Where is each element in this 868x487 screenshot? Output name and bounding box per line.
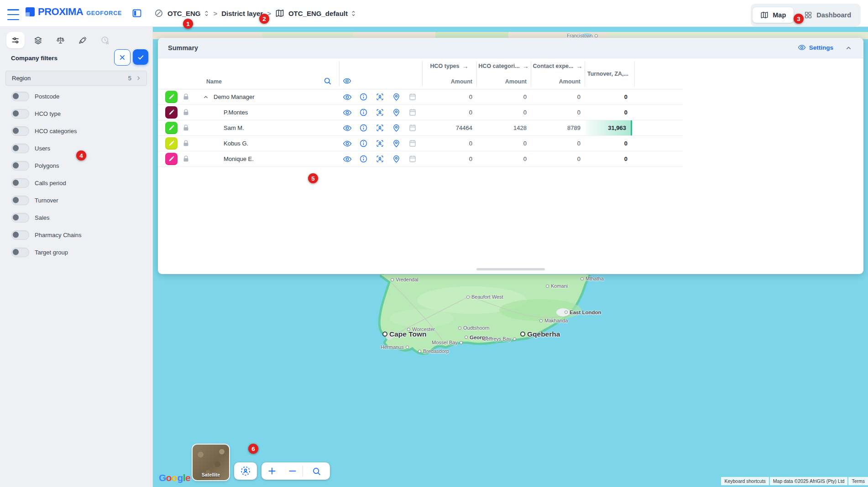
- breadcrumb-project[interactable]: OTC_ENG: [167, 10, 209, 17]
- eye-icon[interactable]: [343, 108, 352, 117]
- sidebar-toggle-icon[interactable]: [131, 8, 142, 19]
- cell-turnover: 0: [586, 89, 632, 104]
- settings-button[interactable]: Settings: [798, 43, 833, 52]
- column-amount-3[interactable]: Amount: [531, 74, 580, 89]
- toggle-switch-pharmacy-chains[interactable]: [11, 230, 29, 240]
- city-marker-icon: [466, 295, 470, 299]
- scales-tool-icon[interactable]: [51, 32, 69, 48]
- info-icon[interactable]: [359, 139, 368, 148]
- collapse-panel-chevron-icon[interactable]: [845, 44, 852, 52]
- lock-icon[interactable]: [182, 93, 190, 101]
- keyboard-shortcuts-link[interactable]: Keyboard shortcuts: [721, 477, 769, 485]
- satellite-layer-button[interactable]: Satellite: [193, 445, 229, 480]
- app-root: FrancistownVredendalMthathaKomaniBeaufor…: [0, 0, 868, 487]
- toggle-switch-postcode[interactable]: [11, 92, 29, 101]
- cell-hco-categories-amount: 0: [476, 136, 527, 151]
- toggle-switch-calls-period[interactable]: [11, 178, 29, 188]
- row-color-swatch[interactable]: [165, 91, 178, 103]
- city-marker-icon: [546, 285, 549, 288]
- row-color-swatch[interactable]: [165, 106, 178, 119]
- eye-icon[interactable]: [343, 93, 352, 102]
- column-amount-2[interactable]: Amount: [476, 74, 527, 89]
- column-turnover[interactable]: Turnover, ZA,...: [585, 58, 634, 89]
- search-icon[interactable]: [323, 77, 332, 86]
- lock-icon[interactable]: [182, 124, 190, 132]
- cell-contact-expenses-amount: 0: [531, 151, 580, 166]
- panel-resize-handle[interactable]: [476, 268, 545, 270]
- column-group-hco-categories[interactable]: HCO categori...→: [476, 58, 531, 74]
- city-marker-icon: [460, 341, 463, 344]
- apply-filters-button[interactable]: [133, 49, 148, 65]
- zoom-out-button[interactable]: [282, 462, 303, 480]
- select-chevrons-icon: [204, 10, 209, 17]
- hamburger-menu-icon[interactable]: [7, 8, 19, 21]
- info-icon[interactable]: [359, 108, 368, 117]
- annotation-badge-5: 5: [308, 173, 318, 183]
- info-icon[interactable]: [359, 155, 368, 164]
- toggle-switch-users[interactable]: [11, 144, 29, 153]
- map-view-button[interactable]: Map: [753, 7, 794, 23]
- location-pin-icon[interactable]: [392, 108, 401, 117]
- location-pin-icon[interactable]: [392, 155, 401, 164]
- layers-tool-icon[interactable]: [29, 32, 47, 48]
- clear-filters-button[interactable]: [114, 49, 131, 66]
- breadcrumb-map-name[interactable]: OTC_ENG_default: [288, 10, 356, 17]
- row-color-swatch[interactable]: [165, 153, 178, 165]
- summary-panel: Summary Settings HCO types→ HCO c: [158, 38, 863, 274]
- map-search-button[interactable]: [303, 462, 330, 480]
- column-name[interactable]: Name: [206, 74, 222, 89]
- toggle-switch-polygons[interactable]: [11, 161, 29, 171]
- lock-icon[interactable]: [182, 108, 190, 117]
- info-icon[interactable]: [359, 93, 368, 102]
- focus-users-button[interactable]: [234, 462, 257, 480]
- region-filter-row[interactable]: Region 5: [5, 71, 147, 86]
- lock-icon[interactable]: [182, 155, 190, 163]
- terms-link[interactable]: Terms: [848, 477, 868, 485]
- filter-label: Target group: [35, 249, 68, 256]
- toggle-switch-hco-type[interactable]: [11, 109, 29, 119]
- eye-icon[interactable]: [343, 124, 352, 133]
- map-city-label: Jeffreys Bay: [484, 336, 516, 342]
- table-row: Kobus G. 0 0 0 0: [158, 136, 683, 151]
- column-amount-1[interactable]: Amount: [422, 74, 472, 89]
- location-pin-icon[interactable]: [392, 124, 401, 133]
- filter-row-hco-type: HCO type: [0, 105, 152, 122]
- calendar-icon: [408, 93, 418, 102]
- location-pin-icon[interactable]: [392, 139, 401, 148]
- cell-turnover: 31,963: [586, 120, 632, 135]
- focus-user-icon[interactable]: [376, 155, 385, 164]
- focus-user-icon[interactable]: [376, 124, 385, 133]
- info-icon[interactable]: [359, 124, 368, 133]
- focus-user-icon[interactable]: [376, 108, 385, 117]
- column-group-hco-types[interactable]: HCO types→: [422, 58, 476, 74]
- filter-row-target-group: Target group: [0, 244, 152, 261]
- lock-icon[interactable]: [182, 139, 190, 148]
- row-color-swatch[interactable]: [165, 122, 178, 134]
- toggle-switch-sales[interactable]: [11, 213, 29, 223]
- toggle-switch-hco-categories[interactable]: [11, 126, 29, 136]
- dashboard-view-button[interactable]: Dashboard: [796, 7, 859, 23]
- collapse-chevron-icon[interactable]: [201, 93, 210, 101]
- column-group-contact-expenses[interactable]: Contact expe...→: [531, 58, 585, 74]
- summary-title: Summary: [168, 44, 198, 52]
- eye-icon: [798, 43, 806, 52]
- toggle-switch-target-group[interactable]: [11, 248, 29, 257]
- dashboard-icon: [804, 11, 812, 19]
- focus-user-icon[interactable]: [376, 139, 385, 148]
- eye-icon[interactable]: [343, 155, 352, 164]
- breadcrumb-layer[interactable]: District layer: [221, 10, 263, 17]
- table-row: Demo Manager 0 0 0 0: [158, 89, 683, 105]
- visibility-column-eye-icon[interactable]: [343, 77, 352, 86]
- filter-label: Pharmacy Chains: [35, 232, 82, 238]
- satellite-label: Satellite: [193, 472, 229, 477]
- row-color-swatch[interactable]: [165, 137, 178, 150]
- toggle-switch-turnover[interactable]: [11, 196, 29, 205]
- focus-user-icon[interactable]: [376, 93, 385, 102]
- filter-row-turnover: Turnover: [0, 192, 152, 209]
- zoom-in-button[interactable]: [261, 462, 282, 480]
- filters-tool-icon[interactable]: [6, 32, 25, 48]
- select-chevrons-icon: [350, 10, 356, 17]
- brush-tool-icon[interactable]: [73, 32, 92, 48]
- eye-icon[interactable]: [343, 139, 352, 148]
- location-pin-icon[interactable]: [392, 93, 401, 102]
